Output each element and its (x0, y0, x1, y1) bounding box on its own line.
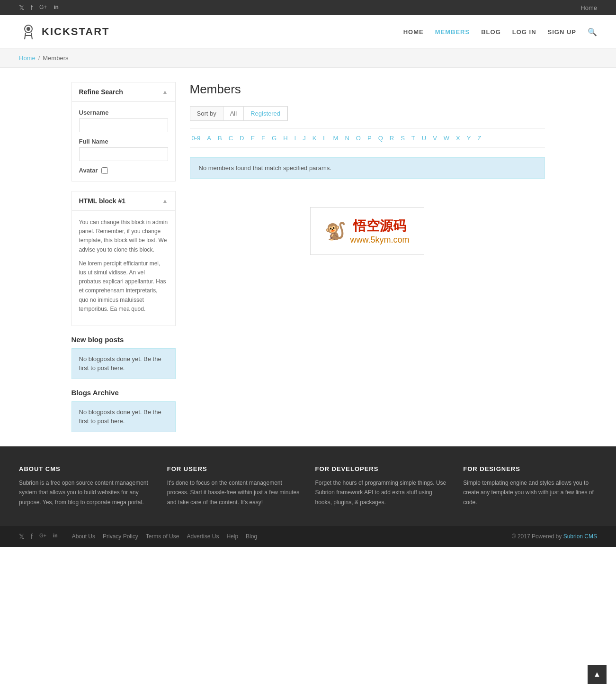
sort-bar: Sort by All Registered (190, 106, 288, 121)
footer-link-about[interactable]: About Us (72, 533, 95, 540)
alpha-09[interactable]: 0-9 (190, 134, 203, 143)
alpha-Q[interactable]: Q (376, 134, 385, 143)
footer-link-help[interactable]: Help (226, 533, 238, 540)
footer-users: FOR USERS It's done to focus on the cont… (167, 465, 301, 507)
alpha-Y[interactable]: Y (465, 134, 473, 143)
sort-label: Sort by (190, 107, 223, 120)
nav-login[interactable]: LOG IN (512, 28, 536, 36)
blog-archive-empty: No blogposts done yet. Be the first to p… (71, 401, 176, 432)
username-group: Username (79, 109, 168, 132)
footer-dev-title: FOR DEVELOPERS (315, 465, 449, 472)
avatar-checkbox[interactable] (101, 167, 108, 174)
footer-social: 𝕏 f G+ in (19, 533, 58, 540)
alpha-G[interactable]: G (270, 134, 278, 143)
top-bar: 𝕏 f G+ in Home (0, 0, 616, 15)
alpha-T[interactable]: T (410, 134, 417, 143)
sort-registered[interactable]: Registered (244, 107, 287, 120)
alpha-O[interactable]: O (354, 134, 363, 143)
breadcrumb: Home / Members (19, 54, 597, 62)
footer-powered-by[interactable]: Subrion CMS (563, 533, 597, 540)
footer-link-terms[interactable]: Terms of Use (146, 533, 179, 540)
main-nav: HOME MEMBERS BLOG LOG IN SIGN UP 🔍 (403, 27, 597, 36)
footer-about-text: Subrion is a free open source content ma… (19, 478, 153, 507)
watermark-url-text: www.5kym.com (350, 235, 409, 245)
alpha-J[interactable]: J (301, 134, 308, 143)
alpha-S[interactable]: S (399, 134, 407, 143)
facebook-icon[interactable]: f (31, 4, 33, 11)
html-block-body: You can change this block in admin panel… (72, 211, 175, 326)
logo-icon (19, 22, 38, 41)
watermark-area: 🐒 悟空源码 www.5kym.com (190, 188, 545, 274)
refine-search-title: Refine Search (79, 88, 123, 96)
alpha-X[interactable]: X (454, 134, 462, 143)
footer-dev-text: Forget the hours of programming simple t… (315, 478, 449, 507)
footer-bottom: 𝕏 f G+ in About Us Privacy Policy Terms … (0, 526, 616, 547)
footer-design-title: FOR DESIGNERS (463, 465, 597, 472)
refine-search-toggle[interactable]: ▲ (162, 89, 168, 95)
footer-users-text: It's done to focus on the content manage… (167, 478, 301, 507)
html-block-title: HTML block #1 (79, 197, 126, 205)
svg-line-3 (31, 33, 32, 39)
nav-blog[interactable]: BLOG (481, 28, 501, 36)
footer-facebook-icon[interactable]: f (31, 533, 33, 540)
avatar-row: Avatar (79, 167, 168, 174)
footer-link-blog[interactable]: Blog (246, 533, 257, 540)
alpha-C[interactable]: C (227, 134, 235, 143)
sort-all[interactable]: All (223, 107, 244, 120)
footer: ABOUT CMS Subrion is a free open source … (0, 446, 616, 547)
breadcrumb-current: Members (43, 54, 68, 62)
alpha-I[interactable]: I (293, 134, 298, 143)
logo-text: KICKSTART (42, 26, 109, 38)
alpha-U[interactable]: U (420, 134, 428, 143)
footer-copyright-text: © 2017 Powered by (512, 533, 563, 540)
alpha-B[interactable]: B (216, 134, 224, 143)
footer-about-title: ABOUT CMS (19, 465, 153, 472)
footer-googleplus-icon[interactable]: G+ (39, 533, 46, 540)
alpha-L[interactable]: L (321, 134, 328, 143)
footer-link-privacy[interactable]: Privacy Policy (103, 533, 138, 540)
fullname-label: Full Name (79, 138, 168, 145)
footer-design-text: Simple templating engine and styles allo… (463, 478, 597, 507)
footer-link-advertise[interactable]: Advertise Us (187, 533, 219, 540)
home-link[interactable]: Home (580, 4, 597, 11)
no-results-message: No members found that match specified pa… (190, 157, 545, 179)
search-button[interactable]: 🔍 (588, 27, 597, 36)
alpha-V[interactable]: V (431, 134, 439, 143)
alpha-E[interactable]: E (249, 134, 257, 143)
logo[interactable]: KICKSTART (19, 22, 109, 41)
new-blog-title: New blog posts (71, 335, 176, 344)
watermark-icon: 🐒 (325, 221, 346, 241)
alpha-Z[interactable]: Z (475, 134, 483, 143)
alpha-D[interactable]: D (238, 134, 246, 143)
site-header: KICKSTART HOME MEMBERS BLOG LOG IN SIGN … (0, 15, 616, 49)
alpha-R[interactable]: R (388, 134, 396, 143)
svg-point-1 (27, 27, 30, 31)
html-block-widget: HTML block #1 ▲ You can change this bloc… (71, 191, 176, 326)
alpha-M[interactable]: M (331, 134, 340, 143)
nav-signup[interactable]: SIGN UP (548, 28, 576, 36)
fullname-group: Full Name (79, 138, 168, 161)
nav-members[interactable]: MEMBERS (435, 28, 470, 36)
fullname-input[interactable] (79, 147, 168, 161)
linkedin-icon[interactable]: in (54, 4, 59, 11)
alpha-H[interactable]: H (281, 134, 289, 143)
googleplus-icon[interactable]: G+ (39, 4, 47, 11)
content-area: Members Sort by All Registered 0-9 A B C… (190, 82, 545, 432)
alpha-W[interactable]: W (442, 134, 451, 143)
breadcrumb-separator: / (38, 54, 40, 62)
footer-design: FOR DESIGNERS Simple templating engine a… (463, 465, 597, 507)
alpha-N[interactable]: N (343, 134, 351, 143)
alpha-F[interactable]: F (259, 134, 267, 143)
alpha-A[interactable]: A (205, 134, 213, 143)
avatar-label: Avatar (79, 167, 98, 174)
watermark-cn-text: 悟空源码 (350, 217, 409, 235)
html-block-toggle[interactable]: ▲ (162, 198, 168, 204)
username-input[interactable] (79, 118, 168, 132)
footer-linkedin-icon[interactable]: in (53, 533, 58, 540)
footer-twitter-icon[interactable]: 𝕏 (19, 533, 24, 540)
alpha-P[interactable]: P (366, 134, 374, 143)
nav-home[interactable]: HOME (403, 28, 424, 36)
twitter-icon[interactable]: 𝕏 (19, 4, 24, 11)
alpha-K[interactable]: K (311, 134, 319, 143)
breadcrumb-home[interactable]: Home (19, 54, 36, 62)
